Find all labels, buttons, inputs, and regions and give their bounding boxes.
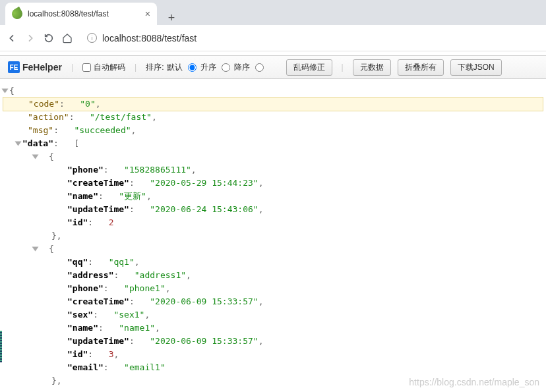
site-info-icon[interactable]: i [87,33,97,43]
new-tab-button[interactable]: + [162,11,181,25]
metadata-button[interactable]: 元数据 [353,59,391,76]
sort-asc-radio[interactable] [222,63,230,72]
sort-desc-radio[interactable] [255,63,264,72]
json-viewer: { "code": "0", "action": "/test/fast", "… [0,79,546,392]
toggle-icon[interactable] [32,155,39,159]
json-line[interactable]: "updateTime": "2020-06-09 15:33:57", [3,335,543,348]
reload-icon[interactable] [44,33,54,43]
json-line: }, [3,229,543,242]
download-json-button[interactable]: 下载JSON [450,59,502,76]
sidebar-marks [0,331,2,362]
json-line[interactable]: "address": "address1", [3,269,543,282]
json-line[interactable]: "code": "0", [3,97,543,111]
json-line[interactable]: "createTime": "2020-05-29 15:44:23", [3,177,543,190]
spring-leaf-icon [10,7,24,21]
fix-encoding-button[interactable]: 乱码修正 [286,59,332,76]
json-line[interactable]: "updateTime": "2020-06-24 15:43:06", [3,203,543,216]
json-line[interactable]: "name": "name1", [3,322,543,335]
close-icon[interactable]: × [145,9,150,19]
auto-decode-checkbox[interactable]: 自动解码 [82,62,125,73]
json-line: { [3,84,543,98]
tab-title: localhost:8088/test/fast [28,9,140,18]
json-line[interactable]: "msg": "succeeded", [3,124,543,137]
fehelper-logo[interactable]: FE FeHelper [8,61,62,73]
toggle-icon[interactable] [32,247,39,252]
json-line: }, [3,374,543,387]
browser-tab[interactable]: localhost:8088/test/fast × [5,3,157,25]
browser-tab-strip: localhost:8088/test/fast × + [0,0,546,25]
divider: | [342,63,344,72]
json-line[interactable]: "createTime": "2020-06-09 15:33:57", [3,295,543,308]
json-line: "data": [ [3,137,543,150]
browser-toolbar: i localhost:8088/test/fast [0,25,546,51]
forward-icon [25,33,36,43]
collapse-all-button[interactable]: 折叠所有 [398,59,444,76]
json-line[interactable]: "id": 3, [3,348,543,361]
json-line[interactable]: "action": "/test/fast", [3,111,543,124]
sort-radio-group: 排序: 默认 升序 降序 [146,62,264,73]
toggle-icon[interactable] [15,142,22,146]
fehelper-badge-icon: FE [8,61,20,73]
json-line[interactable]: "phone": "15828865111", [3,163,543,177]
divider: | [135,63,136,72]
home-icon[interactable] [62,33,73,43]
json-line[interactable]: "email": "email1" [3,361,543,374]
json-line: { [3,242,543,256]
auto-decode-input[interactable] [82,63,91,72]
json-line[interactable]: "name": "更新", [3,190,543,203]
json-line[interactable]: "qq": "qq1", [3,256,543,269]
json-line: { [3,150,543,163]
url-text: localhost:8088/test/fast [102,33,197,43]
json-line[interactable]: "id": 2 [3,216,543,229]
sort-default-radio[interactable] [188,63,197,72]
toggle-icon[interactable] [2,89,9,94]
json-line[interactable]: "phone": "phone1", [3,282,543,295]
json-line[interactable]: "sex": "sex1", [3,308,543,322]
fehelper-toolbar: FE FeHelper | 自动解码 | 排序: 默认 升序 降序 乱码修正 |… [0,55,546,79]
divider: | [71,63,73,72]
address-bar[interactable]: i localhost:8088/test/fast [80,33,539,43]
back-icon[interactable] [7,33,17,43]
